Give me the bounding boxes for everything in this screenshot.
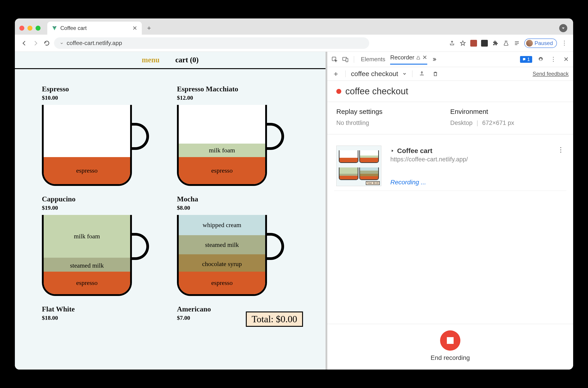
recorder-toolbar: + coffee checkout Send feedback	[327, 67, 573, 81]
device-toggle-icon[interactable]	[341, 55, 349, 63]
step-row[interactable]: Total: $0.00 Coffee cart https://coffee-…	[334, 141, 566, 191]
recorder-footer: End recording	[327, 324, 573, 369]
minimize-window-icon[interactable]	[27, 26, 32, 31]
avatar-icon	[526, 40, 533, 47]
cup-icon: espresso	[42, 105, 132, 186]
layer-espresso: espresso	[179, 157, 265, 184]
browser-tab[interactable]: Coffee cart ✕	[47, 22, 142, 35]
product-card[interactable]: Espresso $10.00 espresso	[42, 85, 163, 186]
svg-marker-2	[562, 27, 564, 29]
layer-chocolate-syrup: chocolate syrup	[179, 254, 265, 273]
divider	[354, 56, 354, 63]
url-field[interactable]: coffee-cart.netlify.app	[54, 37, 369, 49]
product-title: Cappucino	[42, 195, 163, 203]
inspect-icon[interactable]	[330, 55, 339, 63]
issues-count: 1	[527, 56, 530, 62]
cup-icon: milk foam espresso	[177, 105, 267, 186]
site-settings-icon[interactable]	[59, 41, 64, 46]
export-icon[interactable]	[418, 70, 426, 78]
product-card[interactable]: Flat White $18.00	[42, 305, 163, 325]
more-tabs-icon[interactable]	[430, 55, 438, 63]
recording-title: coffee checkout	[345, 86, 408, 96]
reload-button[interactable]	[43, 39, 51, 47]
disclosure-triangle-icon[interactable]	[390, 149, 394, 153]
send-feedback-link[interactable]: Send feedback	[533, 71, 569, 77]
stop-icon	[447, 337, 454, 344]
cup-handle-icon	[131, 233, 149, 260]
cup-handle-icon	[266, 123, 284, 150]
layer-steamed-milk: steamed milk	[179, 235, 265, 254]
layer-whipped-cream: whipped cream	[179, 215, 265, 235]
end-recording-button[interactable]	[440, 330, 460, 351]
nav-menu-link[interactable]: menu	[142, 56, 160, 64]
recording-selector[interactable]: coffee checkout	[351, 70, 407, 78]
app-nav: menu cart (0)	[15, 52, 325, 69]
toolbar-right: Paused ⋮	[449, 39, 568, 48]
product-price: $8.00	[177, 205, 298, 211]
labs-icon	[416, 55, 420, 60]
environment-size: 672×671 px	[482, 120, 514, 126]
nav-cart-link[interactable]: cart (0)	[175, 56, 199, 64]
recording-select-label: coffee checkout	[351, 70, 398, 78]
recording-title-row: coffee checkout	[327, 81, 573, 102]
product-price: $10.00	[42, 95, 163, 101]
page-content: menu cart (0) Espresso $10.00 espresso	[15, 52, 325, 369]
tabstrip-menu-icon[interactable]	[559, 24, 567, 32]
replay-settings[interactable]: Replay settings No throttling	[336, 108, 450, 126]
layer-espresso: espresso	[179, 272, 265, 294]
vue-icon	[52, 25, 57, 31]
environment-settings[interactable]: Environment Desktop | 672×671 px	[450, 108, 564, 126]
window-controls	[19, 26, 41, 31]
chrome-menu-icon[interactable]: ⋮	[561, 40, 568, 47]
new-tab-button[interactable]: +	[145, 24, 153, 33]
extension-icon[interactable]	[481, 40, 488, 47]
bookmark-icon[interactable]	[460, 40, 466, 47]
cup-handle-icon	[131, 123, 149, 150]
share-icon[interactable]	[449, 40, 455, 47]
gear-icon[interactable]	[537, 55, 545, 63]
product-card[interactable]: Cappucino $19.00 milk foam steamed milk …	[42, 195, 163, 296]
step-url: https://coffee-cart.netlify.app/	[390, 156, 548, 163]
issues-badge[interactable]: 1	[520, 56, 532, 63]
product-title: Espresso	[42, 85, 163, 93]
layer-milk-foam: milk foam	[44, 215, 130, 258]
recording-status: Recording ...	[390, 179, 548, 186]
product-title: Mocha	[177, 195, 298, 203]
paused-label: Paused	[535, 40, 553, 46]
browser-window: Coffee cart ✕ + coffee-cart.netlify.app …	[15, 19, 573, 369]
tab-title: Coffee cart	[60, 25, 129, 31]
tab-elements[interactable]: Elements	[359, 54, 388, 64]
product-title: Flat White	[42, 305, 163, 313]
step-menu-icon[interactable]: ⋮	[557, 146, 564, 153]
reading-list-icon[interactable]	[514, 40, 520, 47]
delete-icon[interactable]	[431, 70, 440, 78]
tab-recorder-label: Recorder	[390, 54, 414, 61]
close-tab-icon[interactable]: ✕	[422, 54, 427, 61]
content-split: menu cart (0) Espresso $10.00 espresso	[15, 52, 573, 369]
cart-total[interactable]: Total: $0.00	[246, 312, 303, 327]
extensions-puzzle-icon[interactable]	[492, 40, 499, 47]
product-card[interactable]: Espresso Macchiato $12.00 milk foam espr…	[177, 85, 298, 186]
profile-paused-button[interactable]: Paused	[524, 39, 557, 48]
svg-marker-3	[460, 41, 465, 46]
divider	[345, 71, 345, 77]
layer-espresso: espresso	[44, 272, 130, 294]
maximize-window-icon[interactable]	[36, 26, 41, 31]
back-button[interactable]	[20, 39, 28, 47]
product-grid: Espresso $10.00 espresso Espresso Macchi…	[15, 69, 325, 325]
url-text: coffee-cart.netlify.app	[67, 40, 122, 47]
extension-icon[interactable]	[470, 40, 477, 47]
close-window-icon[interactable]	[19, 26, 24, 31]
product-price: $19.00	[42, 205, 163, 211]
new-recording-button[interactable]: +	[332, 70, 340, 78]
tab-strip: Coffee cart ✕ +	[15, 19, 573, 35]
close-tab-icon[interactable]: ✕	[132, 25, 137, 32]
close-devtools-icon[interactable]: ✕	[562, 55, 570, 63]
svg-marker-0	[52, 26, 56, 30]
forward-button[interactable]	[31, 39, 40, 47]
labs-icon[interactable]	[503, 40, 510, 47]
steps-list: Total: $0.00 Coffee cart https://coffee-…	[327, 134, 573, 324]
product-card[interactable]: Mocha $8.00 whipped cream steamed milk c…	[177, 195, 298, 296]
devtools-menu-icon[interactable]: ⋮	[549, 55, 557, 63]
tab-recorder[interactable]: Recorder ✕	[390, 54, 427, 65]
